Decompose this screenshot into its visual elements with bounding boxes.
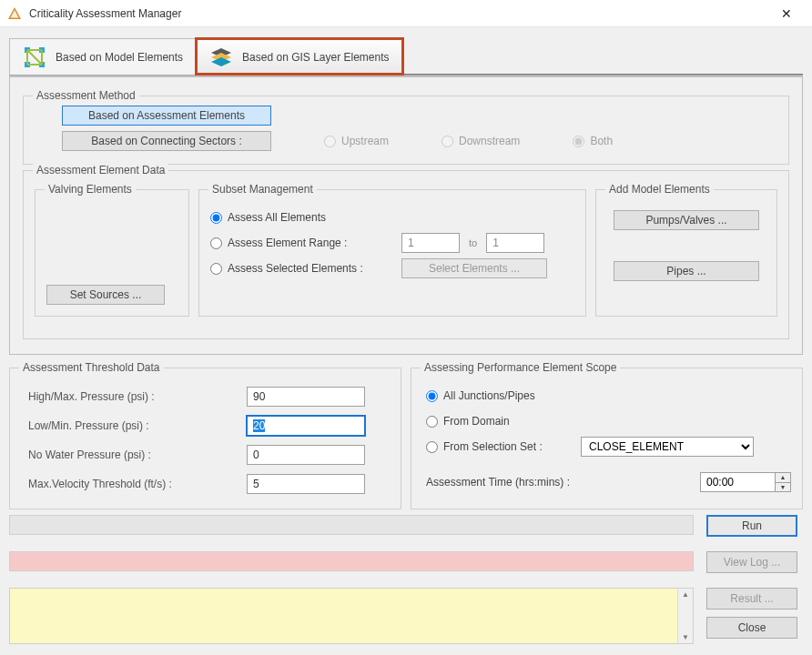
low-pressure-input[interactable] — [247, 416, 365, 436]
radio-downstream-input — [442, 136, 453, 147]
valving-elements-group: Valving Elements Set Sources ... — [35, 189, 189, 317]
btn-set-sources[interactable]: Set Sources ... — [46, 285, 165, 305]
btn-close[interactable]: Close — [706, 617, 797, 639]
log-scrollbar[interactable]: ▲ ▼ — [677, 589, 693, 643]
spinner-arrows[interactable]: ▲ ▼ — [775, 472, 791, 492]
main-panel: Assessment Method Based on Assessment El… — [9, 76, 803, 355]
assessment-time-label: Assessment Time (hrs:mins) : — [426, 476, 570, 489]
radio-assess-selected-label: Assess Selected Elements : — [228, 262, 363, 275]
tab-gis-layer-elements[interactable]: Based on GIS Layer Elements — [196, 38, 402, 75]
range-to-label: to — [469, 237, 477, 248]
max-velocity-label: Max.Velocity Threshold (ft/s) : — [28, 478, 247, 490]
radio-from-selection-set-input[interactable] — [426, 441, 438, 453]
assessment-time-input[interactable] — [700, 472, 775, 492]
gis-layers-icon — [209, 45, 233, 69]
no-water-pressure-input[interactable] — [247, 445, 365, 465]
model-elements-icon — [23, 45, 46, 69]
radio-all-junctions-input[interactable] — [426, 390, 438, 402]
close-icon: ✕ — [781, 6, 792, 21]
status-strip — [9, 551, 694, 571]
app-icon — [7, 6, 22, 21]
window-title: Criticality Assessment Manager — [29, 7, 768, 20]
performance-scope-legend: Assessing Performance Element Scope — [421, 361, 620, 374]
radio-assess-selected[interactable]: Assess Selected Elements : — [210, 262, 392, 275]
radio-from-selection-set-label: From Selection Set : — [443, 440, 543, 453]
scroll-down-icon[interactable]: ▼ — [682, 633, 689, 641]
low-pressure-label: Low/Min. Pressure (psi) : — [28, 419, 247, 432]
subset-management-group: Subset Management Assess All Elements As… — [198, 189, 586, 317]
assessment-threshold-group: Assessment Threshold Data High/Max. Pres… — [9, 368, 401, 509]
assessment-time-spinner[interactable]: ▲ ▼ — [700, 472, 791, 492]
client-area: Based on Model Elements Based on GIS Lay… — [0, 27, 812, 655]
performance-scope-group: Assessing Performance Element Scope All … — [411, 368, 803, 509]
bottom-area: Run View Log ... ▲ ▼ Result ... Close — [9, 515, 803, 646]
scroll-up-icon[interactable]: ▲ — [682, 590, 689, 599]
btn-result[interactable]: Result ... — [706, 588, 797, 610]
add-model-elements-legend: Add Model Elements — [605, 183, 714, 196]
tab-gis-label: Based on GIS Layer Elements — [242, 51, 389, 64]
radio-upstream: Upstream — [324, 135, 389, 147]
btn-run[interactable]: Run — [706, 515, 797, 537]
tab-model-elements[interactable]: Based on Model Elements — [9, 38, 197, 75]
radio-from-domain[interactable]: From Domain — [426, 415, 510, 428]
range-to-input[interactable] — [486, 233, 544, 253]
radio-from-selection-set[interactable]: From Selection Set : — [426, 440, 572, 453]
radio-assess-all-label: Assess All Elements — [228, 211, 326, 224]
radio-from-domain-input[interactable] — [426, 416, 438, 428]
add-model-elements-group: Add Model Elements Pumps/Valves ... Pipe… — [595, 189, 777, 317]
radio-all-junctions-label: All Junctions/Pipes — [443, 389, 535, 402]
radio-assess-range-label: Assess Element Range : — [228, 237, 347, 249]
assessment-element-data-legend: Assessment Element Data — [33, 164, 168, 176]
radio-assess-all[interactable]: Assess All Elements — [210, 211, 326, 224]
radio-both-label: Both — [590, 135, 613, 147]
assessment-method-group: Assessment Method Based on Assessment El… — [23, 96, 789, 165]
range-from-input[interactable] — [401, 233, 460, 253]
close-window-button[interactable]: ✕ — [768, 1, 805, 26]
btn-based-on-connecting-sectors[interactable]: Based on Connecting Sectors : — [62, 131, 271, 151]
progress-strip — [9, 515, 694, 535]
spinner-up-icon[interactable]: ▲ — [776, 473, 790, 483]
assessment-threshold-legend: Assessment Threshold Data — [19, 361, 164, 374]
spinner-down-icon[interactable]: ▼ — [776, 483, 790, 492]
radio-downstream: Downstream — [442, 135, 520, 147]
btn-pumps-valves[interactable]: Pumps/Valves ... — [614, 210, 759, 230]
radio-upstream-label: Upstream — [341, 135, 389, 147]
radio-assess-range[interactable]: Assess Element Range : — [210, 237, 392, 249]
btn-view-log[interactable]: View Log ... — [706, 551, 797, 573]
tabs-bar: Based on Model Elements Based on GIS Lay… — [9, 35, 803, 75]
subset-management-legend: Subset Management — [208, 183, 317, 196]
radio-from-domain-label: From Domain — [443, 415, 510, 428]
max-velocity-input[interactable] — [247, 474, 365, 494]
tab-model-label: Based on Model Elements — [56, 51, 183, 64]
radio-both: Both — [573, 135, 613, 147]
radio-all-junctions[interactable]: All Junctions/Pipes — [426, 389, 535, 402]
title-bar: Criticality Assessment Manager ✕ — [0, 0, 812, 27]
valving-elements-legend: Valving Elements — [45, 183, 136, 196]
selection-set-dropdown[interactable]: CLOSE_ELEMENT — [581, 437, 754, 457]
high-pressure-label: High/Max. Pressure (psi) : — [28, 390, 247, 403]
radio-both-input — [573, 136, 584, 147]
assessment-method-legend: Assessment Method — [33, 89, 139, 102]
radio-assess-all-input[interactable] — [210, 212, 222, 224]
btn-pipes[interactable]: Pipes ... — [614, 261, 759, 281]
btn-select-elements[interactable]: Select Elements ... — [401, 258, 547, 278]
assessment-element-data-group: Assessment Element Data Valving Elements… — [23, 170, 789, 339]
no-water-pressure-label: No Water Pressure (psi) : — [28, 448, 247, 461]
log-output-area: ▲ ▼ — [9, 588, 694, 644]
radio-assess-range-input[interactable] — [210, 237, 222, 249]
radio-downstream-label: Downstream — [459, 135, 520, 147]
radio-assess-selected-input[interactable] — [210, 263, 222, 275]
btn-based-on-assessment-elements[interactable]: Based on Assessment Elements — [62, 106, 271, 126]
radio-upstream-input — [324, 136, 336, 147]
high-pressure-input[interactable] — [247, 387, 365, 407]
